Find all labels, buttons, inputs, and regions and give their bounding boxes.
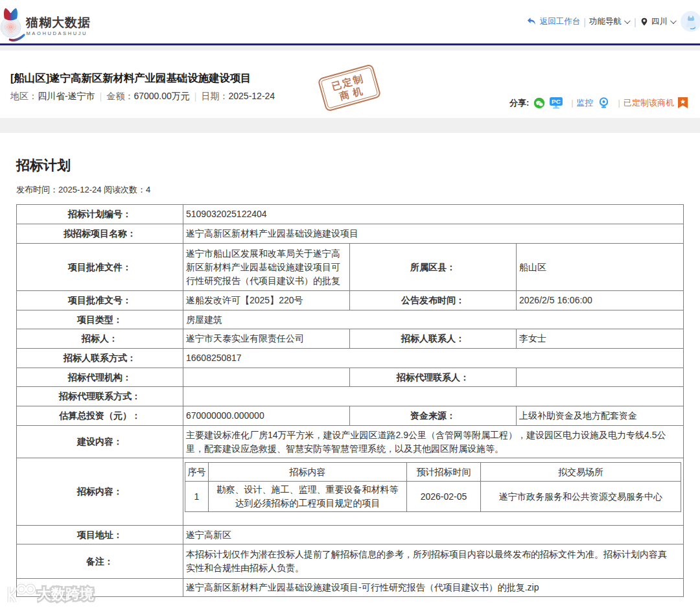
svg-text:MAOHUDASHUJU: MAOHUDASHUJU bbox=[27, 30, 88, 36]
svg-text:PC: PC bbox=[552, 98, 561, 105]
svg-text:猫糊大数据: 猫糊大数据 bbox=[25, 16, 91, 29]
svg-text:大数跨境: 大数跨境 bbox=[37, 586, 94, 602]
